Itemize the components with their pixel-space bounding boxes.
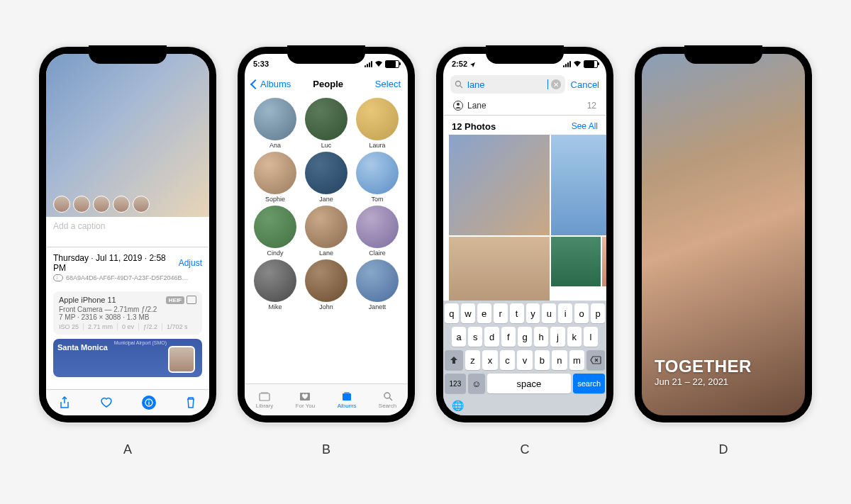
person-name: Claire xyxy=(352,250,402,257)
person-avatar xyxy=(254,152,296,194)
battery-icon xyxy=(385,60,399,68)
key-f[interactable]: f xyxy=(501,327,516,347)
result-thumb[interactable] xyxy=(602,237,606,286)
search-field[interactable]: ✕ xyxy=(450,75,565,94)
person-avatar xyxy=(356,259,399,302)
person-name: Ana xyxy=(250,142,300,149)
person-name: Laura xyxy=(352,142,402,149)
search-suggestion[interactable]: Lane 12 xyxy=(443,96,606,116)
person-avatar xyxy=(305,259,347,302)
lens-info: Front Camera — 2.71mm ƒ/2.2 xyxy=(59,306,196,313)
favorite-icon[interactable] xyxy=(99,396,113,410)
see-all-button[interactable]: See All xyxy=(572,121,598,132)
key-l[interactable]: l xyxy=(584,327,598,347)
location-arrow-icon xyxy=(469,62,476,68)
metadata-section: Thursday · Jul 11, 2019 · 2:58 PM Adjust… xyxy=(46,247,209,287)
photo-hero[interactable] xyxy=(46,54,209,217)
emoji-key[interactable]: ☺ xyxy=(468,374,485,393)
key-u[interactable]: u xyxy=(542,303,556,323)
key-c[interactable]: c xyxy=(500,350,515,370)
key-o[interactable]: o xyxy=(574,303,589,323)
key-y[interactable]: y xyxy=(526,303,540,323)
svg-rect-3 xyxy=(260,393,269,401)
search-key[interactable]: search xyxy=(573,374,605,393)
search-bar: ✕ Cancel xyxy=(443,74,606,96)
backspace-key[interactable] xyxy=(586,350,605,370)
cancel-button[interactable]: Cancel xyxy=(571,79,599,90)
key-h[interactable]: h xyxy=(534,327,548,347)
tab-search[interactable]: Search xyxy=(379,391,396,409)
key-z[interactable]: z xyxy=(465,350,480,370)
person-item[interactable]: Jane xyxy=(301,152,351,203)
key-s[interactable]: s xyxy=(468,327,482,347)
memory-title: TOGETHER xyxy=(655,357,752,376)
key-n[interactable]: n xyxy=(552,350,567,370)
battery-icon xyxy=(584,60,598,68)
person-name: Jane xyxy=(301,196,351,203)
person-item[interactable]: Ana xyxy=(250,98,300,149)
share-icon[interactable] xyxy=(57,396,72,410)
key-g[interactable]: g xyxy=(518,327,532,347)
key-t[interactable]: t xyxy=(510,303,524,323)
adjust-button[interactable]: Adjust xyxy=(179,258,202,268)
person-name: Cindy xyxy=(250,250,300,257)
numbers-key[interactable]: 123 xyxy=(445,374,466,393)
key-v[interactable]: v xyxy=(517,350,532,370)
key-i[interactable]: i xyxy=(558,303,572,323)
tab-albums[interactable]: Albums xyxy=(338,391,357,409)
svg-rect-7 xyxy=(344,392,350,393)
key-j[interactable]: j xyxy=(550,327,564,347)
person-item[interactable]: John xyxy=(301,259,351,310)
key-r[interactable]: r xyxy=(494,303,508,323)
globe-icon[interactable]: 🌐 xyxy=(445,397,605,413)
label-a: A xyxy=(39,442,216,457)
cloud-download-icon xyxy=(53,274,63,281)
person-item[interactable]: Tom xyxy=(352,152,402,203)
suggestion-label: Lane xyxy=(467,101,486,111)
person-item[interactable]: Luc xyxy=(301,98,351,149)
key-m[interactable]: m xyxy=(569,350,584,370)
detected-faces-strip[interactable] xyxy=(53,196,150,213)
key-x[interactable]: x xyxy=(482,350,497,370)
person-item[interactable]: Lane xyxy=(301,206,351,257)
key-p[interactable]: p xyxy=(591,303,605,323)
tab-for-you[interactable]: For You xyxy=(296,391,316,409)
info-icon[interactable] xyxy=(142,396,156,410)
key-q[interactable]: q xyxy=(445,303,459,323)
shift-key[interactable] xyxy=(445,350,463,370)
key-k[interactable]: k xyxy=(567,327,582,347)
photo-toolbar xyxy=(46,389,209,415)
select-button[interactable]: Select xyxy=(365,79,401,89)
add-caption-field[interactable]: Add a caption xyxy=(46,217,209,247)
person-item[interactable]: Cindy xyxy=(250,206,300,257)
person-item[interactable]: Mike xyxy=(250,259,300,310)
result-thumb[interactable] xyxy=(449,135,550,235)
person-item[interactable]: Claire xyxy=(352,206,402,257)
tab-library[interactable]: Library xyxy=(256,391,273,409)
person-avatar xyxy=(254,98,296,140)
search-input[interactable] xyxy=(466,79,545,91)
exif-row: ISO 252.71 mm0 evƒ/2.21/702 s xyxy=(59,323,196,330)
person-avatar xyxy=(254,206,296,248)
back-button[interactable]: Albums xyxy=(252,79,291,89)
signal-icon xyxy=(563,61,571,67)
person-item[interactable]: Laura xyxy=(352,98,402,149)
key-e[interactable]: e xyxy=(477,303,491,323)
key-a[interactable]: a xyxy=(452,327,466,347)
map-card[interactable]: Santa Monica Municipal Airport (SMO) xyxy=(53,339,202,377)
trash-icon[interactable] xyxy=(184,396,198,410)
camera-info-card[interactable]: Apple iPhone 11 HEIF Front Camera — 2.71… xyxy=(53,291,202,335)
clear-search-icon[interactable]: ✕ xyxy=(551,79,561,89)
person-item[interactable]: Sophie xyxy=(250,152,300,203)
key-b[interactable]: b xyxy=(535,350,550,370)
result-thumb[interactable] xyxy=(551,237,601,286)
person-item[interactable]: Janett xyxy=(352,259,402,310)
space-key[interactable]: space xyxy=(487,374,572,393)
phone-d: TOGETHER Jun 21 – 22, 2021 xyxy=(635,47,812,422)
key-w[interactable]: w xyxy=(461,303,475,323)
result-thumb[interactable] xyxy=(551,135,606,235)
screen-d[interactable]: TOGETHER Jun 21 – 22, 2021 xyxy=(642,54,805,415)
suggestion-count: 12 xyxy=(587,101,596,111)
key-d[interactable]: d xyxy=(484,327,499,347)
person-name: Janett xyxy=(352,303,402,310)
